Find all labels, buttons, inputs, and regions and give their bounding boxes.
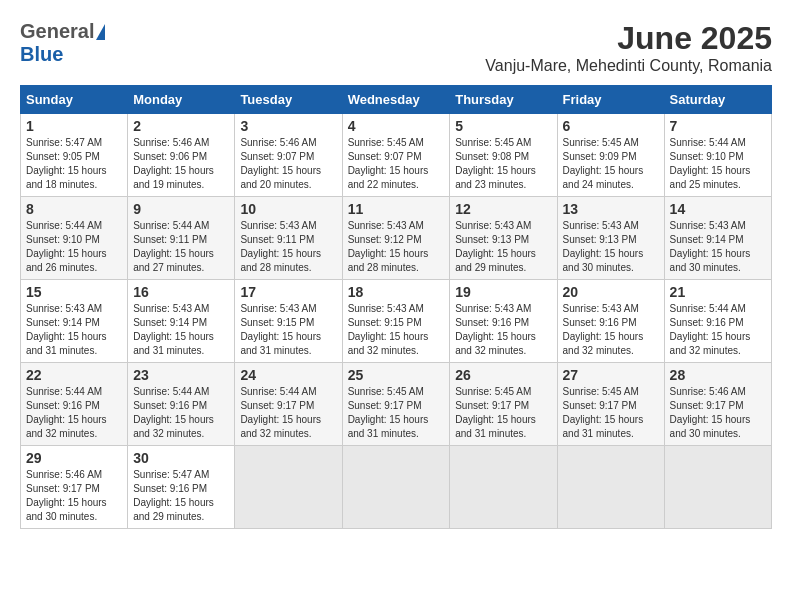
day-number: 5: [455, 118, 551, 134]
title-section: June 2025 Vanju-Mare, Mehedinti County, …: [485, 20, 772, 75]
day-number: 30: [133, 450, 229, 466]
calendar-cell: 14Sunrise: 5:43 AMSunset: 9:14 PMDayligh…: [664, 197, 771, 280]
calendar-cell: 15Sunrise: 5:43 AMSunset: 9:14 PMDayligh…: [21, 280, 128, 363]
day-info: Sunrise: 5:43 AMSunset: 9:16 PMDaylight:…: [563, 302, 659, 358]
calendar-cell: 16Sunrise: 5:43 AMSunset: 9:14 PMDayligh…: [128, 280, 235, 363]
calendar-week-row: 8Sunrise: 5:44 AMSunset: 9:10 PMDaylight…: [21, 197, 772, 280]
calendar-cell: 21Sunrise: 5:44 AMSunset: 9:16 PMDayligh…: [664, 280, 771, 363]
day-info: Sunrise: 5:46 AMSunset: 9:06 PMDaylight:…: [133, 136, 229, 192]
calendar-cell: [342, 446, 450, 529]
day-info: Sunrise: 5:45 AMSunset: 9:17 PMDaylight:…: [455, 385, 551, 441]
calendar-header-saturday: Saturday: [664, 86, 771, 114]
day-info: Sunrise: 5:45 AMSunset: 9:17 PMDaylight:…: [348, 385, 445, 441]
day-number: 13: [563, 201, 659, 217]
calendar-week-row: 29Sunrise: 5:46 AMSunset: 9:17 PMDayligh…: [21, 446, 772, 529]
day-info: Sunrise: 5:43 AMSunset: 9:15 PMDaylight:…: [240, 302, 336, 358]
day-number: 14: [670, 201, 766, 217]
day-number: 12: [455, 201, 551, 217]
day-info: Sunrise: 5:43 AMSunset: 9:15 PMDaylight:…: [348, 302, 445, 358]
day-info: Sunrise: 5:44 AMSunset: 9:16 PMDaylight:…: [26, 385, 122, 441]
calendar-cell: 26Sunrise: 5:45 AMSunset: 9:17 PMDayligh…: [450, 363, 557, 446]
calendar-header-friday: Friday: [557, 86, 664, 114]
day-info: Sunrise: 5:44 AMSunset: 9:10 PMDaylight:…: [26, 219, 122, 275]
calendar-header-sunday: Sunday: [21, 86, 128, 114]
day-info: Sunrise: 5:43 AMSunset: 9:14 PMDaylight:…: [670, 219, 766, 275]
day-number: 11: [348, 201, 445, 217]
day-info: Sunrise: 5:43 AMSunset: 9:11 PMDaylight:…: [240, 219, 336, 275]
calendar-cell: 8Sunrise: 5:44 AMSunset: 9:10 PMDaylight…: [21, 197, 128, 280]
calendar-cell: 11Sunrise: 5:43 AMSunset: 9:12 PMDayligh…: [342, 197, 450, 280]
day-info: Sunrise: 5:43 AMSunset: 9:13 PMDaylight:…: [455, 219, 551, 275]
day-info: Sunrise: 5:43 AMSunset: 9:16 PMDaylight:…: [455, 302, 551, 358]
calendar-week-row: 22Sunrise: 5:44 AMSunset: 9:16 PMDayligh…: [21, 363, 772, 446]
calendar-cell: 30Sunrise: 5:47 AMSunset: 9:16 PMDayligh…: [128, 446, 235, 529]
location-title: Vanju-Mare, Mehedinti County, Romania: [485, 57, 772, 75]
calendar-header-tuesday: Tuesday: [235, 86, 342, 114]
calendar-cell: 28Sunrise: 5:46 AMSunset: 9:17 PMDayligh…: [664, 363, 771, 446]
calendar-cell: 25Sunrise: 5:45 AMSunset: 9:17 PMDayligh…: [342, 363, 450, 446]
day-info: Sunrise: 5:45 AMSunset: 9:09 PMDaylight:…: [563, 136, 659, 192]
day-number: 8: [26, 201, 122, 217]
day-number: 10: [240, 201, 336, 217]
day-number: 18: [348, 284, 445, 300]
calendar-cell: 4Sunrise: 5:45 AMSunset: 9:07 PMDaylight…: [342, 114, 450, 197]
day-info: Sunrise: 5:44 AMSunset: 9:17 PMDaylight:…: [240, 385, 336, 441]
calendar-cell: 23Sunrise: 5:44 AMSunset: 9:16 PMDayligh…: [128, 363, 235, 446]
day-number: 9: [133, 201, 229, 217]
calendar-cell: [664, 446, 771, 529]
day-number: 23: [133, 367, 229, 383]
logo-triangle-icon: [96, 24, 105, 40]
day-info: Sunrise: 5:46 AMSunset: 9:07 PMDaylight:…: [240, 136, 336, 192]
day-number: 3: [240, 118, 336, 134]
calendar-header-row: SundayMondayTuesdayWednesdayThursdayFrid…: [21, 86, 772, 114]
day-info: Sunrise: 5:44 AMSunset: 9:16 PMDaylight:…: [670, 302, 766, 358]
day-info: Sunrise: 5:44 AMSunset: 9:11 PMDaylight:…: [133, 219, 229, 275]
day-info: Sunrise: 5:46 AMSunset: 9:17 PMDaylight:…: [670, 385, 766, 441]
day-number: 24: [240, 367, 336, 383]
calendar-cell: 19Sunrise: 5:43 AMSunset: 9:16 PMDayligh…: [450, 280, 557, 363]
day-info: Sunrise: 5:43 AMSunset: 9:13 PMDaylight:…: [563, 219, 659, 275]
calendar-cell: 5Sunrise: 5:45 AMSunset: 9:08 PMDaylight…: [450, 114, 557, 197]
day-number: 7: [670, 118, 766, 134]
calendar-cell: 7Sunrise: 5:44 AMSunset: 9:10 PMDaylight…: [664, 114, 771, 197]
calendar-cell: 29Sunrise: 5:46 AMSunset: 9:17 PMDayligh…: [21, 446, 128, 529]
calendar-cell: 9Sunrise: 5:44 AMSunset: 9:11 PMDaylight…: [128, 197, 235, 280]
calendar-cell: 27Sunrise: 5:45 AMSunset: 9:17 PMDayligh…: [557, 363, 664, 446]
calendar-cell: 10Sunrise: 5:43 AMSunset: 9:11 PMDayligh…: [235, 197, 342, 280]
day-number: 29: [26, 450, 122, 466]
calendar-table: SundayMondayTuesdayWednesdayThursdayFrid…: [20, 85, 772, 529]
day-info: Sunrise: 5:47 AMSunset: 9:16 PMDaylight:…: [133, 468, 229, 524]
calendar-cell: 1Sunrise: 5:47 AMSunset: 9:05 PMDaylight…: [21, 114, 128, 197]
day-info: Sunrise: 5:45 AMSunset: 9:17 PMDaylight:…: [563, 385, 659, 441]
calendar-cell: 13Sunrise: 5:43 AMSunset: 9:13 PMDayligh…: [557, 197, 664, 280]
calendar-header-monday: Monday: [128, 86, 235, 114]
day-number: 26: [455, 367, 551, 383]
day-info: Sunrise: 5:43 AMSunset: 9:14 PMDaylight:…: [26, 302, 122, 358]
day-number: 28: [670, 367, 766, 383]
day-number: 16: [133, 284, 229, 300]
logo-blue: Blue: [20, 43, 63, 65]
header: General Blue June 2025 Vanju-Mare, Mehed…: [20, 20, 772, 75]
day-info: Sunrise: 5:44 AMSunset: 9:10 PMDaylight:…: [670, 136, 766, 192]
day-number: 15: [26, 284, 122, 300]
day-number: 21: [670, 284, 766, 300]
day-number: 2: [133, 118, 229, 134]
calendar-cell: [557, 446, 664, 529]
day-number: 17: [240, 284, 336, 300]
calendar-cell: 17Sunrise: 5:43 AMSunset: 9:15 PMDayligh…: [235, 280, 342, 363]
calendar-cell: 6Sunrise: 5:45 AMSunset: 9:09 PMDaylight…: [557, 114, 664, 197]
day-number: 19: [455, 284, 551, 300]
calendar-cell: [235, 446, 342, 529]
day-number: 20: [563, 284, 659, 300]
calendar-week-row: 1Sunrise: 5:47 AMSunset: 9:05 PMDaylight…: [21, 114, 772, 197]
day-info: Sunrise: 5:44 AMSunset: 9:16 PMDaylight:…: [133, 385, 229, 441]
calendar-week-row: 15Sunrise: 5:43 AMSunset: 9:14 PMDayligh…: [21, 280, 772, 363]
calendar-cell: 18Sunrise: 5:43 AMSunset: 9:15 PMDayligh…: [342, 280, 450, 363]
day-number: 27: [563, 367, 659, 383]
logo-general: General: [20, 20, 94, 43]
day-number: 4: [348, 118, 445, 134]
calendar-cell: 12Sunrise: 5:43 AMSunset: 9:13 PMDayligh…: [450, 197, 557, 280]
day-info: Sunrise: 5:47 AMSunset: 9:05 PMDaylight:…: [26, 136, 122, 192]
calendar-header-thursday: Thursday: [450, 86, 557, 114]
day-info: Sunrise: 5:43 AMSunset: 9:14 PMDaylight:…: [133, 302, 229, 358]
